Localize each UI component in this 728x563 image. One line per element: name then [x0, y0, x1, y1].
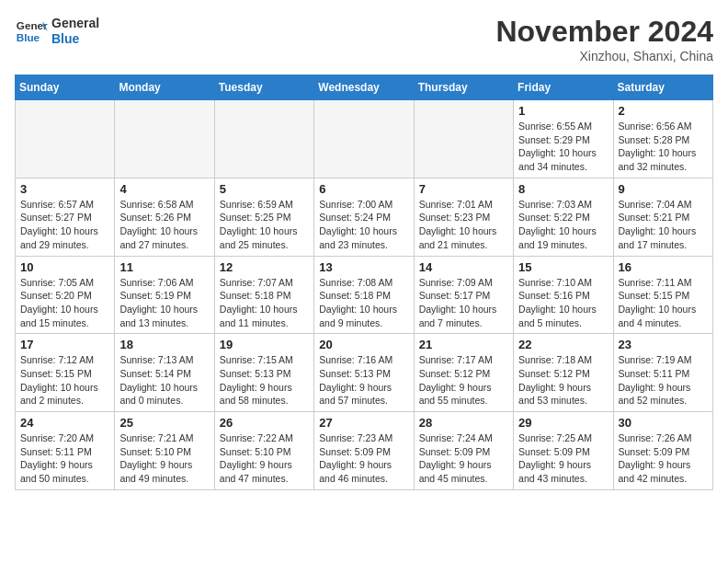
calendar-cell: 16Sunrise: 7:11 AMSunset: 5:15 PMDayligh… — [613, 256, 712, 334]
day-info: Sunrise: 6:57 AMSunset: 5:27 PMDaylight:… — [20, 198, 109, 252]
calendar-week-row: 17Sunrise: 7:12 AMSunset: 5:15 PMDayligh… — [16, 334, 713, 412]
day-info: Sunrise: 7:25 AMSunset: 5:09 PMDaylight:… — [518, 431, 608, 486]
calendar-cell: 26Sunrise: 7:22 AMSunset: 5:10 PMDayligh… — [214, 412, 313, 490]
calendar-cell: 7Sunrise: 7:01 AMSunset: 5:23 PMDaylight… — [414, 178, 513, 256]
calendar-cell: 23Sunrise: 7:19 AMSunset: 5:11 PMDayligh… — [613, 334, 712, 412]
day-info: Sunrise: 7:03 AMSunset: 5:22 PMDaylight:… — [518, 198, 608, 252]
calendar-cell: 22Sunrise: 7:18 AMSunset: 5:12 PMDayligh… — [514, 334, 613, 412]
day-number: 25 — [119, 416, 209, 430]
column-header-friday: Friday — [514, 75, 613, 100]
logo-text-blue: Blue — [51, 31, 99, 47]
day-info: Sunrise: 7:11 AMSunset: 5:15 PMDaylight:… — [619, 276, 708, 330]
day-info: Sunrise: 7:10 AMSunset: 5:16 PMDaylight:… — [518, 276, 608, 330]
column-header-monday: Monday — [115, 75, 214, 100]
calendar-cell: 9Sunrise: 7:04 AMSunset: 5:21 PMDaylight… — [613, 178, 712, 256]
calendar-cell: 18Sunrise: 7:13 AMSunset: 5:14 PMDayligh… — [115, 334, 214, 412]
day-number: 2 — [619, 104, 708, 118]
day-number: 28 — [419, 416, 508, 430]
day-number: 27 — [319, 416, 408, 430]
day-info: Sunrise: 7:24 AMSunset: 5:09 PMDaylight:… — [419, 431, 508, 486]
column-header-tuesday: Tuesday — [214, 75, 313, 100]
calendar-cell: 3Sunrise: 6:57 AMSunset: 5:27 PMDaylight… — [16, 178, 115, 256]
calendar-cell: 27Sunrise: 7:23 AMSunset: 5:09 PMDayligh… — [314, 412, 414, 490]
day-number: 16 — [619, 260, 708, 274]
day-info: Sunrise: 7:21 AMSunset: 5:10 PMDaylight:… — [119, 431, 209, 486]
logo-text-general: General — [51, 16, 99, 31]
day-number: 20 — [319, 338, 408, 351]
calendar-cell — [314, 100, 414, 178]
day-info: Sunrise: 7:20 AMSunset: 5:11 PMDaylight:… — [20, 431, 109, 486]
calendar-week-row: 24Sunrise: 7:20 AMSunset: 5:11 PMDayligh… — [16, 412, 713, 490]
day-number: 12 — [220, 260, 309, 274]
day-info: Sunrise: 7:13 AMSunset: 5:14 PMDaylight:… — [119, 353, 209, 408]
calendar-cell: 24Sunrise: 7:20 AMSunset: 5:11 PMDayligh… — [16, 412, 115, 490]
day-number: 21 — [419, 338, 508, 351]
calendar-cell: 30Sunrise: 7:26 AMSunset: 5:09 PMDayligh… — [613, 412, 712, 490]
calendar-cell: 11Sunrise: 7:06 AMSunset: 5:19 PMDayligh… — [115, 256, 214, 334]
day-number: 4 — [119, 182, 209, 196]
day-info: Sunrise: 7:12 AMSunset: 5:15 PMDaylight:… — [20, 353, 109, 408]
column-header-sunday: Sunday — [16, 75, 115, 100]
day-number: 7 — [419, 182, 508, 196]
day-number: 29 — [518, 416, 608, 430]
day-number: 17 — [20, 338, 109, 351]
calendar-cell: 28Sunrise: 7:24 AMSunset: 5:09 PMDayligh… — [414, 412, 513, 490]
calendar-cell: 14Sunrise: 7:09 AMSunset: 5:17 PMDayligh… — [414, 256, 513, 334]
calendar-cell: 25Sunrise: 7:21 AMSunset: 5:10 PMDayligh… — [115, 412, 214, 490]
day-number: 22 — [518, 338, 608, 351]
day-info: Sunrise: 6:55 AMSunset: 5:29 PMDaylight:… — [518, 120, 608, 174]
day-info: Sunrise: 7:09 AMSunset: 5:17 PMDaylight:… — [419, 276, 508, 330]
day-info: Sunrise: 7:06 AMSunset: 5:19 PMDaylight:… — [119, 276, 209, 330]
calendar-cell: 2Sunrise: 6:56 AMSunset: 5:28 PMDaylight… — [613, 100, 712, 178]
day-number: 3 — [20, 182, 109, 196]
calendar-cell: 13Sunrise: 7:08 AMSunset: 5:18 PMDayligh… — [314, 256, 414, 334]
day-number: 24 — [20, 416, 109, 430]
day-number: 19 — [220, 338, 309, 351]
day-info: Sunrise: 7:17 AMSunset: 5:12 PMDaylight:… — [419, 353, 508, 408]
day-info: Sunrise: 7:26 AMSunset: 5:09 PMDaylight:… — [619, 431, 708, 486]
day-info: Sunrise: 7:19 AMSunset: 5:11 PMDaylight:… — [619, 353, 708, 408]
calendar-cell: 17Sunrise: 7:12 AMSunset: 5:15 PMDayligh… — [16, 334, 115, 412]
calendar-week-row: 3Sunrise: 6:57 AMSunset: 5:27 PMDaylight… — [16, 178, 713, 256]
day-info: Sunrise: 7:18 AMSunset: 5:12 PMDaylight:… — [518, 353, 608, 408]
day-number: 8 — [518, 182, 608, 196]
calendar-cell — [115, 100, 214, 178]
day-number: 14 — [419, 260, 508, 274]
day-number: 1 — [518, 104, 608, 118]
calendar-cell: 29Sunrise: 7:25 AMSunset: 5:09 PMDayligh… — [514, 412, 613, 490]
calendar-table: SundayMondayTuesdayWednesdayThursdayFrid… — [15, 75, 713, 490]
month-title: November 2024 — [495, 15, 713, 49]
day-info: Sunrise: 6:58 AMSunset: 5:26 PMDaylight:… — [119, 198, 209, 252]
day-info: Sunrise: 7:08 AMSunset: 5:18 PMDaylight:… — [319, 276, 408, 330]
column-header-wednesday: Wednesday — [314, 75, 414, 100]
calendar-cell: 19Sunrise: 7:15 AMSunset: 5:13 PMDayligh… — [214, 334, 313, 412]
day-number: 9 — [619, 182, 708, 196]
calendar-cell — [16, 100, 115, 178]
calendar-cell: 10Sunrise: 7:05 AMSunset: 5:20 PMDayligh… — [16, 256, 115, 334]
calendar-cell: 12Sunrise: 7:07 AMSunset: 5:18 PMDayligh… — [214, 256, 313, 334]
calendar-cell: 15Sunrise: 7:10 AMSunset: 5:16 PMDayligh… — [514, 256, 613, 334]
calendar-cell — [414, 100, 513, 178]
day-info: Sunrise: 7:23 AMSunset: 5:09 PMDaylight:… — [319, 431, 408, 486]
day-number: 6 — [319, 182, 408, 196]
calendar-cell — [214, 100, 313, 178]
day-number: 30 — [619, 416, 708, 430]
calendar-cell: 20Sunrise: 7:16 AMSunset: 5:13 PMDayligh… — [314, 334, 414, 412]
day-info: Sunrise: 7:01 AMSunset: 5:23 PMDaylight:… — [419, 198, 508, 252]
day-info: Sunrise: 7:07 AMSunset: 5:18 PMDaylight:… — [220, 276, 309, 330]
day-info: Sunrise: 7:16 AMSunset: 5:13 PMDaylight:… — [319, 353, 408, 408]
day-info: Sunrise: 7:22 AMSunset: 5:10 PMDaylight:… — [220, 431, 309, 486]
calendar-cell: 6Sunrise: 7:00 AMSunset: 5:24 PMDaylight… — [314, 178, 414, 256]
calendar-week-row: 10Sunrise: 7:05 AMSunset: 5:20 PMDayligh… — [16, 256, 713, 334]
calendar-cell: 21Sunrise: 7:17 AMSunset: 5:12 PMDayligh… — [414, 334, 513, 412]
day-number: 11 — [119, 260, 209, 274]
day-info: Sunrise: 6:59 AMSunset: 5:25 PMDaylight:… — [220, 198, 309, 252]
day-number: 13 — [319, 260, 408, 274]
day-info: Sunrise: 7:04 AMSunset: 5:21 PMDaylight:… — [619, 198, 708, 252]
day-number: 18 — [119, 338, 209, 351]
logo-icon: General Blue — [15, 15, 48, 48]
column-header-saturday: Saturday — [613, 75, 712, 100]
column-header-thursday: Thursday — [414, 75, 513, 100]
location-subtitle: Xinzhou, Shanxi, China — [495, 49, 713, 63]
calendar-cell: 5Sunrise: 6:59 AMSunset: 5:25 PMDaylight… — [214, 178, 313, 256]
